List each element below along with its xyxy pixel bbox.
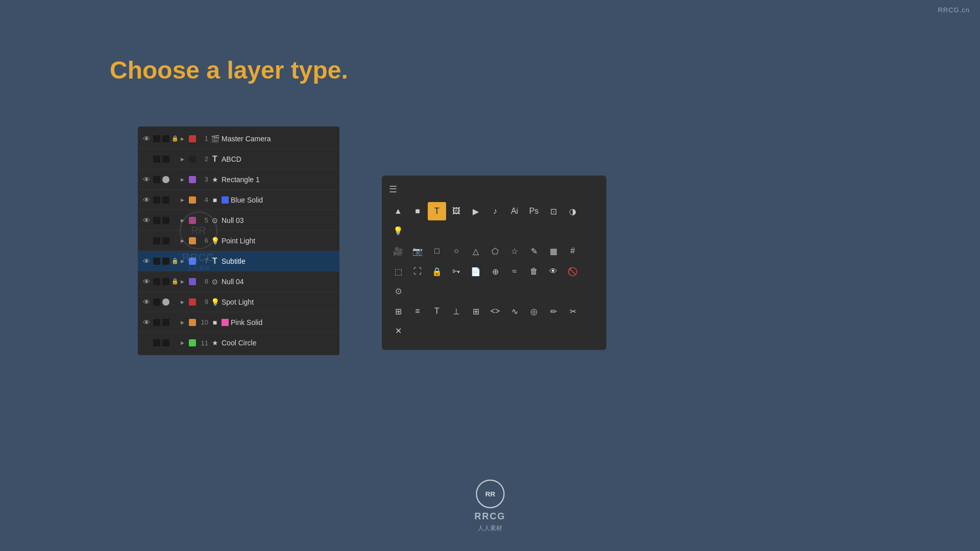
layer-row[interactable]: 👁 ▶4■Blue Solid bbox=[138, 190, 339, 210]
trim-tool[interactable]: ✂ bbox=[564, 302, 582, 320]
text-tool[interactable]: T bbox=[428, 302, 446, 320]
close-tool[interactable]: ✕ bbox=[389, 321, 407, 340]
video-tool[interactable]: ▶ bbox=[467, 202, 485, 220]
layer-number: 8 bbox=[198, 278, 208, 285]
layer-row[interactable]: ▶11★Cool Circle bbox=[138, 333, 339, 353]
eye-icon[interactable]: 👁 bbox=[142, 196, 151, 204]
ellipse-tool[interactable]: ○ bbox=[447, 242, 465, 260]
selection-tool[interactable]: ⬚ bbox=[389, 262, 407, 281]
layer-sq2 bbox=[162, 217, 169, 224]
layer-type-icon: T bbox=[210, 257, 219, 266]
rect-tool[interactable]: □ bbox=[428, 242, 446, 260]
eye-icon[interactable]: 👁 bbox=[142, 257, 151, 265]
expand-arrow[interactable]: ▶ bbox=[181, 238, 187, 243]
align-bottom-tool[interactable]: ⊥ bbox=[447, 302, 465, 320]
expand-arrow[interactable]: ▶ bbox=[181, 259, 187, 264]
triangle-tool[interactable]: △ bbox=[467, 242, 485, 260]
layer-sq2 bbox=[162, 298, 169, 306]
guide-tool[interactable]: # bbox=[564, 242, 582, 260]
layer-row[interactable]: 👁 ▶5⊙Null 03 bbox=[138, 210, 339, 231]
lock-tool[interactable]: 🔒 bbox=[428, 262, 446, 281]
eye-icon[interactable]: 👁 bbox=[142, 216, 151, 224]
expand-arrow[interactable]: ▶ bbox=[181, 320, 187, 325]
layer-name: Subtitle bbox=[222, 257, 335, 265]
layer-number: 10 bbox=[198, 318, 208, 326]
camera2-tool[interactable]: 📷 bbox=[408, 242, 427, 260]
fill-tool[interactable]: ◎ bbox=[525, 302, 543, 320]
precomp-tool[interactable]: 📄 bbox=[467, 262, 485, 281]
layer-sq1 bbox=[153, 217, 160, 224]
toolbar-row3: ⬚⛶🔒🗝📄⊕≈🗑👁🚫⊙ bbox=[389, 262, 599, 300]
expand-arrow[interactable]: ▶ bbox=[181, 218, 187, 223]
color-swatch bbox=[189, 319, 196, 326]
layer-type-icon: 💡 bbox=[210, 298, 219, 306]
color-swatch bbox=[189, 298, 196, 306]
expand-arrow[interactable]: ▶ bbox=[181, 279, 187, 284]
pencil-tool[interactable]: ✏ bbox=[544, 302, 562, 320]
code-tool[interactable]: <> bbox=[486, 302, 504, 320]
layer-row[interactable]: 👁🔒▶8⊙Null 04 bbox=[138, 271, 339, 292]
color-swatch bbox=[189, 339, 196, 346]
layer-sq2 bbox=[162, 196, 169, 204]
layer-name: Cool Circle bbox=[222, 339, 335, 347]
add-comp-tool[interactable]: ⊞ bbox=[389, 302, 407, 320]
color-swatch bbox=[189, 135, 196, 142]
layer-type-icon: ★ bbox=[210, 176, 219, 184]
add-tool[interactable]: ⊕ bbox=[486, 262, 504, 281]
layer-row[interactable]: 👁 ▶3★Rectangle 1 bbox=[138, 169, 339, 190]
solid-layer-tool[interactable]: ▲ bbox=[389, 202, 407, 220]
layer-name: Rectangle 1 bbox=[222, 176, 335, 184]
pen-tool[interactable]: ✎ bbox=[525, 242, 543, 260]
hide-tool[interactable]: 🚫 bbox=[564, 262, 582, 281]
target-tool[interactable]: ⊙ bbox=[389, 282, 407, 300]
merge-tool[interactable]: ≈ bbox=[505, 262, 524, 281]
expand-arrow[interactable]: ▶ bbox=[181, 157, 187, 162]
layer-sq1 bbox=[153, 176, 160, 183]
layer-row[interactable]: ▶2TABCD bbox=[138, 149, 339, 169]
expand-arrow[interactable]: ▶ bbox=[181, 197, 187, 203]
lock-icon[interactable]: 🔒 bbox=[172, 135, 179, 142]
layer-row[interactable]: 👁🔒▶7TSubtitle bbox=[138, 251, 339, 271]
watermark-brand: RRCG bbox=[475, 511, 506, 522]
ps-file-tool[interactable]: Ps bbox=[525, 202, 543, 220]
text-tool-tool[interactable]: T bbox=[428, 202, 446, 220]
pentagon-tool[interactable]: ⬠ bbox=[486, 242, 504, 260]
star-tool[interactable]: ☆ bbox=[505, 242, 524, 260]
adjustment-tool[interactable]: ⊡ bbox=[544, 202, 562, 220]
solid-color-tool[interactable]: ■ bbox=[408, 202, 427, 220]
layer-row[interactable]: 👁🔒▶1🎬Master Camera bbox=[138, 129, 339, 149]
contrast-tool[interactable]: ◑ bbox=[564, 202, 582, 220]
expand-arrow[interactable]: ▶ bbox=[181, 340, 187, 345]
layer-row[interactable]: 👁 ▶10■Pink Solid bbox=[138, 312, 339, 333]
list-tool[interactable]: ≡ bbox=[408, 302, 427, 320]
audio-tool[interactable]: ♪ bbox=[486, 202, 504, 220]
delete-tool[interactable]: 🗑 bbox=[525, 262, 543, 281]
layer-row[interactable]: ▶6💡Point Light bbox=[138, 231, 339, 251]
color-swatch bbox=[189, 196, 196, 204]
eye-icon[interactable]: 👁 bbox=[142, 135, 151, 143]
eye-icon[interactable]: 👁 bbox=[142, 298, 151, 306]
footage-tool[interactable]: 🖼 bbox=[447, 202, 465, 220]
light-tool[interactable]: 💡 bbox=[389, 221, 407, 240]
expand-arrow[interactable]: ▶ bbox=[181, 177, 187, 182]
layer-row[interactable]: 👁 ▶9💡Spot Light bbox=[138, 292, 339, 312]
expand-arrow[interactable]: ▶ bbox=[181, 299, 187, 305]
grid-tool[interactable]: ▦ bbox=[544, 242, 562, 260]
lock-icon[interactable]: 🔒 bbox=[172, 258, 179, 264]
lasso-tool[interactable]: ⛶ bbox=[408, 262, 427, 281]
eye-icon[interactable]: 👁 bbox=[142, 176, 151, 184]
toolbar-menu-icon[interactable]: ☰ bbox=[389, 184, 599, 195]
wave-tool[interactable]: ∿ bbox=[505, 302, 524, 320]
ai-file-tool[interactable]: Ai bbox=[505, 202, 524, 220]
camera-tool[interactable]: 🎥 bbox=[389, 242, 407, 260]
layer-sq1 bbox=[153, 278, 160, 285]
layer-type-icon: ⊙ bbox=[210, 278, 219, 286]
eye-icon[interactable]: 👁 bbox=[142, 278, 151, 286]
visibility-tool[interactable]: 👁 bbox=[544, 262, 562, 281]
layer-sq2 bbox=[162, 237, 169, 244]
eye-icon[interactable]: 👁 bbox=[142, 318, 151, 327]
distribute-tool[interactable]: ⊞ bbox=[467, 302, 485, 320]
key-tool[interactable]: 🗝 bbox=[447, 262, 465, 281]
lock-icon[interactable]: 🔒 bbox=[172, 278, 179, 285]
expand-arrow[interactable]: ▶ bbox=[181, 136, 187, 141]
